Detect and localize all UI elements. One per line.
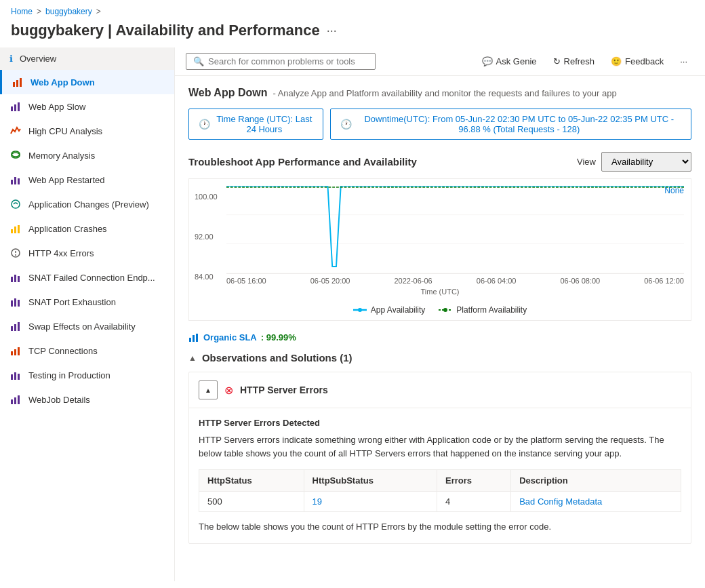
svg-rect-10 bbox=[18, 178, 20, 184]
breadcrumb-app[interactable]: buggybakery bbox=[45, 7, 92, 16]
svg-rect-20 bbox=[18, 276, 20, 282]
svg-rect-23 bbox=[18, 300, 20, 307]
svg-rect-28 bbox=[14, 349, 16, 355]
troubleshoot-header: Troubleshoot App Performance and Availab… bbox=[188, 152, 691, 172]
svg-rect-21 bbox=[11, 300, 13, 307]
chart-x-labels: 06-05 16:00 06-05 20:00 2022-06-06 06-06… bbox=[226, 274, 684, 288]
high-cpu-icon bbox=[9, 125, 22, 137]
sidebar-item-web-app-down[interactable]: Web App Down bbox=[0, 70, 174, 94]
svg-rect-24 bbox=[11, 326, 13, 331]
sidebar-item-overview[interactable]: ℹ Overview bbox=[0, 47, 174, 70]
sidebar-item-app-crashes[interactable]: Application Crashes bbox=[0, 216, 174, 241]
sidebar-item-label: Memory Analysis bbox=[28, 151, 95, 161]
sidebar-item-label: Swap Effects on Availability bbox=[28, 321, 136, 332]
sidebar-item-memory[interactable]: Memory Analysis bbox=[0, 143, 174, 168]
observations-header[interactable]: ▲ Observations and Solutions (1) bbox=[188, 352, 691, 364]
refresh-icon: ↻ bbox=[553, 56, 561, 66]
sidebar-item-high-cpu[interactable]: High CPU Analysis bbox=[0, 119, 174, 143]
page-title-more[interactable]: ··· bbox=[327, 24, 337, 38]
svg-point-41 bbox=[358, 308, 362, 312]
webjob-details-icon bbox=[9, 393, 22, 406]
time-range-button[interactable]: 🕐 Time Range (UTC): Last 24 Hours bbox=[188, 109, 323, 140]
error-circle-icon: ⊗ bbox=[224, 384, 233, 397]
table-cell-status: 500 bbox=[199, 492, 304, 512]
downtime-button[interactable]: 🕐 Downtime(UTC): From 05-Jun-22 02:30 PM… bbox=[330, 109, 691, 140]
sidebar-item-label: Application Crashes bbox=[28, 224, 107, 234]
svg-rect-32 bbox=[18, 374, 20, 380]
svg-rect-0 bbox=[13, 82, 15, 87]
chart-container: None 100.00 92.00 84.00 bbox=[188, 178, 691, 321]
observations-title: Observations and Solutions (1) bbox=[202, 352, 352, 364]
search-input[interactable] bbox=[208, 56, 368, 66]
sidebar-item-http-errors[interactable]: HTTP 4xx Errors bbox=[0, 241, 174, 265]
sidebar-item-snat-failed[interactable]: SNAT Failed Connection Endp... bbox=[0, 265, 174, 290]
more-button[interactable]: ··· bbox=[673, 53, 694, 70]
sidebar-item-label: HTTP 4xx Errors bbox=[28, 248, 94, 258]
sla-chart-icon bbox=[188, 332, 199, 342]
sidebar-item-web-app-slow[interactable]: Web App Slow bbox=[0, 94, 174, 119]
tcp-connections-icon bbox=[9, 345, 22, 357]
downtime-clock-icon: 🕐 bbox=[340, 119, 352, 130]
error-card: ▲ ⊗ HTTP Server Errors HTTP Server Error… bbox=[188, 372, 691, 544]
error-card-body: HTTP Server Errors Detected HTTP Servers… bbox=[189, 408, 691, 543]
view-label: View bbox=[577, 157, 596, 167]
sidebar-item-label: Web App Restarted bbox=[28, 175, 105, 185]
testing-production-icon bbox=[9, 369, 22, 381]
sidebar-item-label: SNAT Failed Connection Endp... bbox=[28, 273, 155, 283]
svg-rect-45 bbox=[193, 335, 195, 342]
error-card-title: HTTP Server Errors bbox=[240, 385, 328, 395]
memory-icon bbox=[9, 149, 22, 161]
view-select: View Availability Requests Response Time bbox=[577, 152, 691, 172]
chevron-up-small-icon: ▲ bbox=[205, 387, 212, 394]
svg-rect-26 bbox=[18, 322, 20, 331]
breadcrumb-sep1: > bbox=[37, 7, 41, 16]
sidebar-item-snat-port[interactable]: SNAT Port Exhaustion bbox=[0, 290, 174, 314]
sla-value: : 99.99% bbox=[261, 332, 296, 342]
legend-app-availability: App Availability bbox=[353, 305, 426, 315]
table-row: 500 19 4 Bad Config Metadata bbox=[199, 492, 681, 512]
table-cell-substatus[interactable]: 19 bbox=[304, 492, 437, 512]
svg-point-43 bbox=[443, 308, 447, 312]
sidebar-item-web-app-restarted[interactable]: Web App Restarted bbox=[0, 168, 174, 192]
sidebar-item-swap-effects[interactable]: Swap Effects on Availability bbox=[0, 314, 174, 338]
svg-rect-34 bbox=[14, 397, 16, 404]
search-box[interactable]: 🔍 bbox=[186, 53, 376, 70]
table-header-status: HttpStatus bbox=[199, 470, 304, 492]
view-dropdown[interactable]: Availability Requests Response Time bbox=[601, 152, 691, 172]
sidebar-item-app-changes[interactable]: Application Changes (Preview) bbox=[0, 192, 174, 216]
feedback-button[interactable]: 🙂 Feedback bbox=[604, 53, 670, 70]
web-app-slow-icon bbox=[9, 100, 22, 113]
web-app-restarted-icon bbox=[9, 174, 22, 186]
http-errors-icon bbox=[9, 247, 22, 259]
ask-genie-icon: 💬 bbox=[482, 56, 493, 66]
chart-legend: App Availability Platform Availability bbox=[189, 300, 691, 320]
chart-area bbox=[226, 186, 684, 274]
breadcrumb-home[interactable]: Home bbox=[11, 7, 33, 16]
svg-rect-19 bbox=[14, 275, 16, 282]
section-subtitle: - Analyze App and Platform availability … bbox=[273, 88, 616, 98]
svg-rect-2 bbox=[20, 78, 22, 87]
section-main-title: Web App Down bbox=[188, 87, 267, 99]
error-card-header: ▲ ⊗ HTTP Server Errors bbox=[189, 372, 691, 408]
toolbar-actions: 💬 Ask Genie ↻ Refresh 🙂 Feedback ··· bbox=[475, 53, 694, 70]
svg-rect-31 bbox=[14, 372, 16, 380]
ask-genie-button[interactable]: 💬 Ask Genie bbox=[475, 53, 544, 70]
error-card-toggle[interactable]: ▲ bbox=[199, 380, 218, 399]
sidebar-item-tcp-connections[interactable]: TCP Connections bbox=[0, 338, 174, 363]
clock-icon: 🕐 bbox=[199, 119, 210, 130]
svg-rect-29 bbox=[18, 347, 20, 355]
sidebar-item-label: Web App Down bbox=[31, 77, 95, 87]
filter-row: 🕐 Time Range (UTC): Last 24 Hours 🕐 Down… bbox=[188, 109, 691, 140]
refresh-button[interactable]: ↻ Refresh bbox=[546, 53, 602, 70]
http-errors-table: HttpStatus HttpSubStatus Errors Descript… bbox=[199, 469, 681, 512]
main-content-area: 🔍 💬 Ask Genie ↻ Refresh 🙂 Feedback ··· bbox=[175, 47, 705, 581]
sidebar-item-label: Application Changes (Preview) bbox=[28, 199, 149, 210]
sidebar-item-testing-production[interactable]: Testing in Production bbox=[0, 363, 174, 387]
sidebar-item-label: Web App Slow bbox=[28, 102, 85, 112]
sidebar-item-webjob-details[interactable]: WebJob Details bbox=[0, 387, 174, 412]
svg-rect-13 bbox=[14, 227, 16, 233]
troubleshoot-title: Troubleshoot App Performance and Availab… bbox=[188, 156, 417, 168]
svg-rect-27 bbox=[11, 351, 13, 355]
table-cell-description[interactable]: Bad Config Metadata bbox=[511, 492, 681, 512]
sidebar-item-label: TCP Connections bbox=[28, 346, 98, 356]
